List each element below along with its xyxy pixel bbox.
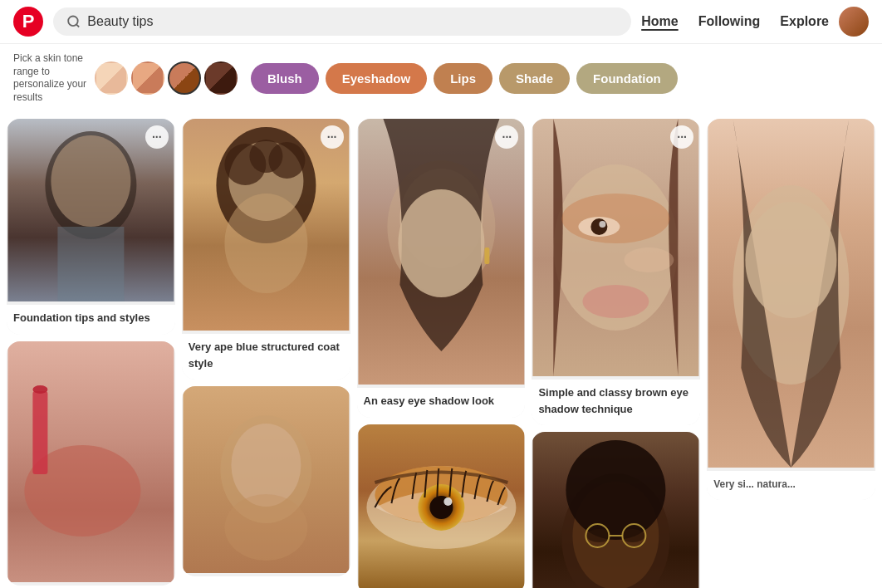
pill-shade[interactable]: Shade xyxy=(499,63,570,94)
svg-rect-5 xyxy=(57,227,124,301)
skin-swatch-medium-light[interactable] xyxy=(131,61,164,95)
nav-home[interactable]: Home xyxy=(641,14,678,29)
pin-image-5 xyxy=(7,341,175,586)
svg-point-51 xyxy=(746,202,837,318)
pin-card-2[interactable]: Very ape blue structured coat style ··· xyxy=(182,119,350,379)
svg-point-4 xyxy=(51,135,130,227)
skin-swatch-dark[interactable] xyxy=(204,61,238,95)
svg-point-43 xyxy=(566,440,666,540)
skin-tone-section: Pick a skin tone range to personalize yo… xyxy=(13,52,238,104)
pin-caption-1: Foundation tips and styles xyxy=(7,305,175,334)
svg-point-16 xyxy=(249,140,282,173)
svg-point-0 xyxy=(68,17,78,27)
pin-title-9: Very si... natura... xyxy=(713,478,796,490)
pin-image-4 xyxy=(532,119,700,380)
pin-title-1: Foundation tips and styles xyxy=(13,311,150,324)
filter-pills: Blush Eyeshadow Lips Shade Foundation xyxy=(251,63,678,94)
pin-caption-3: An easy eye shadow look xyxy=(357,388,526,417)
search-input[interactable] xyxy=(87,14,618,29)
pin-caption-2: Very ape blue structured coat style xyxy=(182,334,350,379)
pin-image-2 xyxy=(182,119,350,334)
pill-lips[interactable]: Lips xyxy=(434,63,492,94)
pin-image-6 xyxy=(182,386,350,576)
pin-image-9 xyxy=(707,119,875,471)
pin-image-3 xyxy=(357,119,526,388)
svg-point-34 xyxy=(562,194,670,243)
svg-point-13 xyxy=(224,194,307,293)
svg-point-37 xyxy=(600,221,606,228)
header: P Home Following Explore xyxy=(0,0,882,44)
search-bar xyxy=(53,7,631,36)
svg-point-31 xyxy=(443,497,452,506)
pin-card-4[interactable]: Simple and classy brown eye shadow techn… xyxy=(532,119,700,424)
pin-more-1[interactable]: ··· xyxy=(145,125,169,149)
pin-grid: Foundation tips and styles ··· xyxy=(0,112,882,588)
pin-title-2: Very ape blue structured coat style xyxy=(189,341,340,369)
pin-card-7[interactable] xyxy=(357,424,526,588)
svg-point-36 xyxy=(591,218,608,235)
pill-eyeshadow[interactable]: Eyeshadow xyxy=(326,63,428,94)
pin-card-1[interactable]: Foundation tips and styles ··· xyxy=(7,119,175,334)
pin-image-1 xyxy=(7,119,175,305)
user-avatar[interactable] xyxy=(839,7,869,37)
svg-point-9 xyxy=(32,385,47,394)
pin-title-3: An easy eye shadow look xyxy=(364,394,495,407)
skin-tone-label: Pick a skin tone range to personalize yo… xyxy=(13,52,88,104)
main-nav: Home Following Explore xyxy=(641,14,829,29)
nav-following[interactable]: Following xyxy=(698,14,761,29)
pill-blush[interactable]: Blush xyxy=(251,63,319,94)
nav-explore[interactable]: Explore xyxy=(780,14,829,29)
svg-point-20 xyxy=(224,494,307,561)
pin-caption-9: Very si... natura... xyxy=(707,471,875,500)
pin-caption-4: Simple and classy brown eye shadow techn… xyxy=(532,380,700,424)
filters-bar: Pick a skin tone range to personalize yo… xyxy=(0,44,882,112)
skin-swatch-light[interactable] xyxy=(95,61,128,95)
pin-card-3[interactable]: An easy eye shadow look ··· xyxy=(357,119,526,417)
pin-card-5[interactable] xyxy=(7,341,175,586)
svg-rect-25 xyxy=(484,247,489,264)
svg-line-1 xyxy=(76,24,79,27)
svg-point-24 xyxy=(398,189,484,297)
svg-point-38 xyxy=(583,285,649,318)
svg-point-39 xyxy=(625,247,674,272)
pin-title-4: Simple and classy brown eye shadow techn… xyxy=(538,386,688,414)
pin-card-6[interactable] xyxy=(182,386,350,576)
pin-image-8 xyxy=(532,432,700,588)
pin-image-7 xyxy=(357,424,526,588)
pin-card-9[interactable]: Very si... natura... xyxy=(707,119,875,500)
search-icon xyxy=(66,14,81,29)
skin-swatch-medium[interactable] xyxy=(168,61,201,95)
pin-more-2[interactable]: ··· xyxy=(321,125,344,149)
pin-card-8[interactable] xyxy=(532,432,700,588)
pinterest-logo[interactable]: P xyxy=(13,7,43,37)
svg-rect-8 xyxy=(32,391,47,474)
skin-swatches xyxy=(95,61,238,95)
pill-foundation[interactable]: Foundation xyxy=(576,63,678,94)
